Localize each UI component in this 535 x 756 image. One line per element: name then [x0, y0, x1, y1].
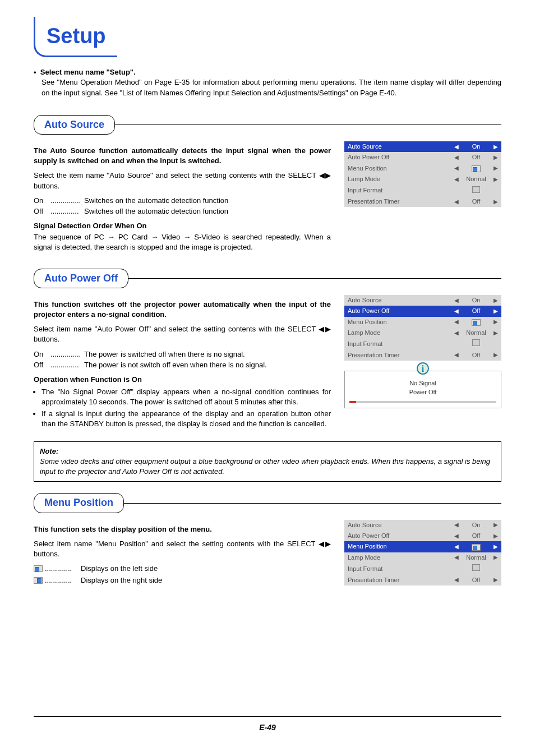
apo-summary: This function switches off the projector…	[34, 299, 331, 320]
divider	[128, 278, 501, 279]
op-item: If a signal is input during the appearan…	[41, 409, 331, 429]
position-left-icon	[472, 319, 481, 326]
osd-item-label: Menu Position	[344, 317, 451, 328]
osd-menu-row: Auto Power Off◀Off▶	[344, 306, 501, 316]
left-arrow-icon: ◀	[451, 350, 462, 361]
osd-item-value: Off	[462, 575, 490, 586]
osd-menu-row: Lamp Mode◀Normal▶	[344, 174, 501, 185]
osd-item-value: Normal	[462, 174, 490, 185]
position-left-icon	[472, 544, 481, 551]
osd-menu-row: Menu Position◀▶	[344, 317, 501, 328]
right-arrow-icon: ▶	[490, 196, 501, 207]
left-arrow-icon: ◀	[451, 317, 462, 328]
right-arrow-icon: ▶	[490, 317, 501, 328]
right-arrow-icon: ▶	[490, 295, 501, 306]
right-arrow-icon	[490, 338, 501, 349]
left-arrow-icon: ◀	[451, 541, 462, 552]
divider	[114, 125, 501, 125]
osd-item-value	[462, 563, 490, 574]
def-left: ............. Displays on the left side	[34, 564, 331, 574]
osd-item-value	[462, 338, 490, 349]
osd-item-label: Input Format	[344, 185, 451, 196]
return-icon	[472, 564, 480, 571]
section-heading-menu-position: Menu Position	[34, 493, 124, 513]
osd-menu-row: Presentation Timer◀Off▶	[344, 350, 501, 361]
osd-menu-auto-power-off: Auto Source◀On▶Auto Power Off◀Off▶Menu P…	[344, 295, 501, 361]
osd-item-label: Presentation Timer	[344, 350, 451, 361]
osd-item-value: Normal	[462, 328, 490, 338]
right-arrow-icon: ▶	[490, 306, 501, 316]
osd-item-value: On	[462, 141, 490, 152]
mp-summary: This function sets the display position …	[34, 524, 331, 534]
osd-msg-line1: No Signal	[349, 379, 496, 388]
osd-menu-row: Auto Source◀On▶	[344, 141, 501, 152]
left-arrow-icon: ◀	[451, 520, 462, 531]
osd-item-label: Lamp Mode	[344, 174, 451, 185]
osd-item-value: On	[462, 295, 490, 306]
left-arrow-icon: ◀	[451, 174, 462, 185]
right-arrow-icon	[490, 563, 501, 574]
osd-item-value: On	[462, 520, 490, 531]
right-arrow-icon: ▶	[490, 520, 501, 531]
osd-item-label: Auto Source	[344, 295, 451, 306]
section-heading-row: Menu Position	[34, 493, 501, 513]
osd-item-value: Off	[462, 306, 490, 316]
intro-label: Select menu name "Setup".	[40, 68, 136, 76]
right-arrow-icon: ▶	[490, 552, 501, 563]
osd-item-label: Menu Position	[344, 163, 451, 174]
right-arrow-icon: ▶	[490, 531, 501, 541]
section-heading-row: Auto Source	[34, 115, 501, 135]
osd-menu-row: Auto Source◀On▶	[344, 295, 501, 306]
left-arrow-icon: ◀	[451, 328, 462, 338]
def-on: On ............... The power is switched…	[34, 349, 331, 359]
osd-item-label: Lamp Mode	[344, 552, 451, 563]
osd-item-label: Auto Source	[344, 141, 451, 152]
osd-item-value	[462, 317, 490, 328]
def-off: Off .............. The power is not swit…	[34, 360, 331, 370]
osd-item-value	[462, 163, 490, 174]
left-arrow-icon: ◀	[451, 552, 462, 563]
def-right: ............. Displays on the right side	[34, 575, 331, 586]
position-right-icon	[34, 577, 43, 584]
apo-instruction: Select item name "Auto Power Off" and se…	[34, 324, 331, 344]
right-arrow-icon	[490, 185, 501, 196]
osd-item-value: Off	[462, 196, 490, 207]
page-title-frame: Setup	[34, 17, 117, 57]
section-heading-auto-source: Auto Source	[34, 115, 115, 135]
osd-menu-row: Auto Power Off◀Off▶	[344, 152, 501, 163]
osd-menu-row: Input Format	[344, 338, 501, 349]
osd-item-label: Auto Power Off	[344, 306, 451, 316]
auto-source-instruction: Select the item name "Auto Source" and s…	[34, 170, 331, 191]
osd-msg-line2: Power Off	[349, 388, 496, 397]
info-icon: i	[417, 362, 429, 375]
osd-menu-row: Auto Power Off◀Off▶	[344, 531, 501, 541]
osd-item-label: Input Format	[344, 563, 451, 574]
osd-item-label: Lamp Mode	[344, 328, 451, 338]
left-arrow-icon	[451, 185, 462, 196]
def-on: On ............... Switches on the autom…	[34, 196, 331, 206]
return-icon	[472, 339, 480, 346]
osd-item-value	[462, 185, 490, 196]
osd-menu-row: Menu Position◀▶	[344, 163, 501, 174]
mp-instruction: Select item name "Menu Position" and sel…	[34, 539, 331, 559]
op-heading: Operation when Function is On	[34, 375, 331, 385]
right-arrow-icon: ▶	[490, 174, 501, 185]
position-left-icon	[472, 165, 481, 172]
osd-item-value: Off	[462, 152, 490, 163]
right-arrow-icon: ▶	[490, 328, 501, 338]
left-arrow-icon: ◀	[451, 152, 462, 163]
position-left-icon	[34, 565, 43, 572]
osd-menu-row: Auto Source◀On▶	[344, 520, 501, 531]
auto-source-summary: The Auto Source function automatically d…	[34, 146, 331, 166]
osd-item-label: Presentation Timer	[344, 575, 451, 586]
progress-bar	[349, 401, 496, 403]
left-arrow-icon: ◀	[451, 531, 462, 541]
osd-item-value: Off	[462, 531, 490, 541]
note-body: Some video decks and other equipment out…	[40, 457, 495, 477]
osd-menu-position: Auto Source◀On▶Auto Power Off◀Off▶Menu P…	[344, 520, 501, 586]
right-arrow-icon: ▶	[490, 163, 501, 174]
note-label: Note:	[40, 446, 495, 457]
osd-menu-row: Menu Position◀▶	[344, 541, 501, 552]
op-list: The "No Signal Power Off" display appear…	[34, 387, 331, 429]
right-arrow-icon: ▶	[490, 350, 501, 361]
